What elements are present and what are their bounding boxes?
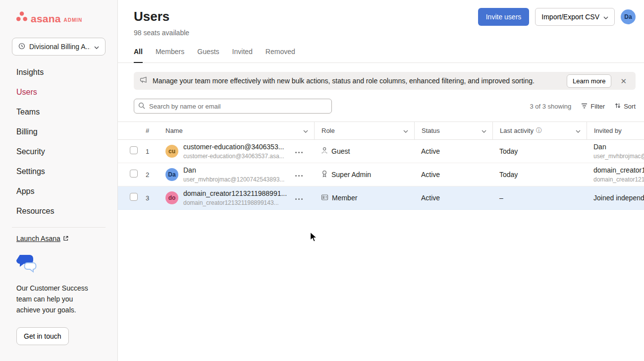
invited-by-name: Joined independently [593, 194, 644, 202]
column-name[interactable]: Name [163, 122, 314, 139]
row-number: 1 [146, 148, 163, 155]
row-checkbox[interactable] [130, 146, 138, 154]
row-checkbox[interactable] [130, 193, 138, 201]
chevron-down-icon [482, 127, 486, 134]
asana-admin-app: asana ADMIN Divisional Billing A... Insi… [0, 0, 644, 361]
brand-wordmark: asana [31, 14, 61, 24]
column-number: # [146, 122, 163, 139]
sort-label: Sort [624, 103, 636, 110]
chevron-down-icon [303, 127, 308, 134]
list-toolbar: 3 of 3 showing Filter Sort [118, 90, 644, 114]
asana-logo: asana ADMIN [0, 0, 117, 24]
table-row: 1 cu customer-education@3406353... custo… [118, 140, 644, 163]
org-icon [18, 43, 25, 51]
chevron-down-icon [603, 13, 608, 21]
invited-by-name: Dan [593, 143, 606, 151]
seats-available: 98 seats available [134, 29, 636, 37]
role-label: Super Admin [331, 171, 371, 179]
org-switcher[interactable]: Divisional Billing A... [12, 38, 106, 56]
search-icon [138, 102, 145, 111]
tab-invited[interactable]: Invited [232, 48, 253, 62]
banner-message: Manage your team more effectively with n… [153, 77, 535, 85]
guest-icon [321, 147, 328, 156]
close-icon[interactable]: ✕ [616, 75, 631, 87]
filter-icon [581, 103, 588, 110]
launch-asana-label: Launch Asana [16, 235, 60, 242]
sidebar-divider [12, 227, 106, 228]
invited-by-email: domain_creator121321198899... [593, 176, 644, 183]
search-input[interactable] [134, 99, 332, 114]
tabs-bar: All Members Guests Invited Removed [118, 47, 644, 63]
role-label: Member [332, 194, 357, 202]
announcement-banner: Manage your team more effectively with n… [134, 72, 636, 90]
sort-button[interactable]: Sort [615, 103, 636, 110]
sidebar-item-billing[interactable]: Billing [0, 122, 117, 142]
chevron-down-icon [94, 43, 99, 51]
tab-all[interactable]: All [134, 48, 143, 63]
chevron-down-icon [403, 127, 408, 134]
row-menu-icon[interactable] [292, 195, 305, 203]
import-export-label: Import/Export CSV [541, 13, 599, 21]
import-export-button[interactable]: Import/Export CSV [535, 8, 615, 26]
sidebar-item-resources[interactable]: Resources [0, 201, 117, 221]
invited-by-name: domain_creator121321198... [593, 166, 644, 174]
filter-label: Filter [590, 103, 605, 110]
member-icon [321, 194, 328, 202]
select-all-column [118, 122, 146, 139]
user-email: domain_creator121321198899143... [183, 199, 279, 206]
invite-users-button[interactable]: Invite users [478, 8, 530, 26]
sidebar-item-security[interactable]: Security [0, 142, 117, 162]
user-email: user_mvhbrojmac@1200742543893... [183, 176, 284, 183]
asana-logo-icon [16, 11, 28, 24]
user-name: domain_creator1213211988991... [183, 189, 287, 197]
sidebar-item-users[interactable]: Users [0, 82, 117, 102]
sidebar-item-apps[interactable]: Apps [0, 181, 117, 201]
column-last-activity[interactable]: Last activity ⓘ [492, 122, 587, 139]
column-status[interactable]: Status [414, 122, 492, 139]
last-activity: Today [492, 171, 587, 179]
tab-removed[interactable]: Removed [266, 48, 295, 62]
last-activity: Today [492, 147, 587, 155]
sidebar-item-teams[interactable]: Teams [0, 102, 117, 122]
row-checkbox[interactable] [130, 170, 138, 178]
row-number: 3 [146, 194, 163, 202]
page-header: Users 98 seats available Invite users Im… [118, 0, 644, 37]
chevron-down-icon [576, 127, 581, 134]
avatar: do [165, 191, 178, 204]
search-box [134, 99, 332, 114]
sort-icon [615, 103, 621, 110]
learn-more-button[interactable]: Learn more [567, 74, 611, 88]
status-label: Active [414, 147, 492, 155]
last-activity: – [492, 194, 587, 202]
user-name: customer-education@3406353... [183, 143, 284, 151]
super-admin-icon [321, 170, 328, 179]
main-content: Users 98 seats available Invite users Im… [118, 0, 644, 361]
get-in-touch-button[interactable]: Get in touch [16, 327, 69, 345]
user-avatar[interactable]: Da [621, 9, 636, 24]
sidebar-nav: Insights Users Teams Billing Security Se… [0, 62, 117, 221]
role-label: Guest [331, 147, 350, 155]
announcement-banner-wrap: Manage your team more effectively with n… [118, 63, 644, 90]
header-actions: Invite users Import/Export CSV Da [478, 8, 636, 26]
chat-bubbles-icon [16, 253, 117, 275]
column-role[interactable]: Role [314, 122, 414, 139]
user-name: Dan [183, 166, 196, 174]
table-header: # Name Role Status Last activit [118, 121, 644, 140]
row-menu-icon[interactable] [292, 172, 305, 180]
megaphone-icon [140, 76, 148, 86]
status-label: Active [414, 194, 492, 202]
table-row: 3 do domain_creator1213211988991... doma… [118, 186, 644, 210]
results-count: 3 of 3 showing [530, 103, 571, 110]
avatar: cu [165, 145, 178, 158]
tab-guests[interactable]: Guests [197, 48, 219, 62]
row-menu-icon[interactable] [292, 149, 305, 156]
org-switcher-label: Divisional Billing A... [29, 43, 90, 51]
launch-asana-link[interactable]: Launch Asana [16, 235, 68, 242]
filter-button[interactable]: Filter [581, 103, 605, 110]
tab-members[interactable]: Members [156, 48, 184, 62]
avatar: Da [165, 168, 178, 181]
sidebar-item-settings[interactable]: Settings [0, 162, 117, 181]
external-link-icon [63, 235, 68, 242]
sidebar: asana ADMIN Divisional Billing A... Insi… [0, 0, 118, 361]
sidebar-item-insights[interactable]: Insights [0, 62, 117, 82]
